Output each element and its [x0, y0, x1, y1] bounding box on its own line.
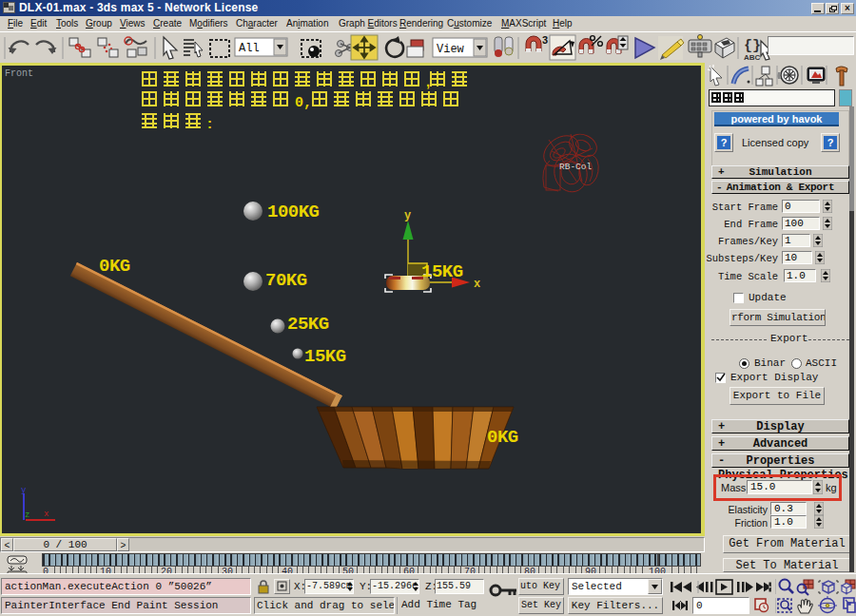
- svg-text:View: View: [437, 43, 465, 56]
- svg-text:RB-Col: RB-Col: [559, 162, 593, 172]
- svg-text:y: y: [21, 486, 27, 495]
- svg-text:y: y: [404, 209, 411, 222]
- svg-text:x: x: [474, 278, 480, 291]
- svg-text:z: z: [25, 510, 29, 520]
- svg-text:All: All: [239, 42, 260, 55]
- svg-text:ABC: ABC: [744, 53, 761, 62]
- svg-text:3: 3: [542, 34, 548, 46]
- svg-text:x: x: [44, 510, 49, 519]
- svg-text:{}: {}: [744, 38, 761, 54]
